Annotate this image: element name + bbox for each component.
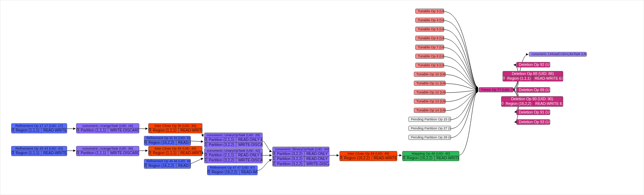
title: Refinement Op 47 47 (UID: 47): [207, 166, 257, 170]
graph-canvas: Refinement Op 17 17 (UID: 17) 0 Region (…: [0, 0, 644, 195]
node-unaryop-42: cunumeric::UnaryOpTask (UID: 42) 0 Parti…: [204, 148, 263, 163]
node-deletion-90: Deletion Op 90 (UID: 90) 0 Region (16,2,…: [501, 96, 563, 107]
node-tunable-7: Tunable Op 7 (UID: 7): [415, 45, 444, 50]
node-binaryop-44: cunumeric::BinaryOpTask (UID: 44) 0 Part…: [272, 147, 329, 167]
node-tunable-3: Tunable Op 3 (UID: 3): [415, 9, 444, 14]
node-arange-16: cunumeric::ArangeTask (UID: 16) 0 Partit…: [76, 123, 139, 133]
node-interclose-49: Inter Close Op 49 (UID: 49) 0 Region (16…: [339, 151, 397, 161]
node-deletion-92: Deletion Op 92 (UID: 92): [516, 62, 550, 67]
node-tunable-14: Tunable Op 14 (UID: 14): [414, 108, 446, 113]
title: Refinement Op 46 46 (UID: 46): [144, 159, 190, 163]
node-fence-77: Fence Op 77 (UID: 77): [479, 87, 513, 92]
node-deletion-88: Deletion Op 88 (UID: 88) 0 Region (1,1,1…: [503, 71, 563, 81]
node-refinement-43: Refinement Op 43 43 (UID: 43) 0 Region (…: [11, 146, 67, 156]
title: cunumeric::UnaryOpTask (UID: 29): [205, 133, 262, 137]
node-tunable-6: Tunable Op 6 (UID: 6): [415, 36, 444, 41]
node-deletion-89: Deletion Op 89 (UID: 89): [516, 87, 550, 93]
title: cunumeric::BinaryOpTask (UID: 44): [273, 147, 329, 151]
node-deletion-91: Deletion Op 91 (UID: 91): [516, 110, 550, 115]
title: Inter Close Op 30 (UID: 30): [149, 124, 202, 128]
node-refinement-47: Refinement Op 47 47 (UID: 47) 0 Region (…: [207, 165, 258, 175]
node-tunable-9: Tunable Op 9 (UID: 9): [415, 63, 444, 68]
node-tunable-12: Tunable Op 12 (UID: 12): [414, 90, 446, 95]
node-tunable-8: Tunable Op 8 (UID: 8): [415, 54, 444, 59]
title: Refinement Op 31 31 (UID: 31): [144, 136, 190, 140]
node-tunable-10: Tunable Op 10 (UID: 10): [414, 72, 446, 77]
node-tunable-11: Tunable Op 11 (UID: 11): [414, 81, 446, 86]
node-deletion-93: Deletion Op 93 (UID: 93): [516, 119, 550, 125]
node-interclose-45: Inter Close Op 45 (UID: 45) 0 Region (1,…: [148, 146, 202, 156]
node-mapping-48: Mapping Op 48 (UID: 48) 0 Region (16,2,2…: [402, 151, 459, 161]
title: Fence Op 77 (UID: 77): [479, 88, 513, 92]
node-tunable-4: Tunable Op 4 (UID: 4): [415, 18, 444, 23]
title: Inter Close Op 49 (UID: 49): [340, 151, 397, 156]
title: Mapping Op 48 (UID: 48): [403, 151, 459, 156]
node-tunable-13: Tunable Op 13 (UID: 13): [414, 99, 446, 104]
node-tunable-5: Tunable Op 5 (UID: 5): [415, 27, 444, 32]
node-refinement-31: Refinement Op 31 31 (UID: 31) 0 Region (…: [144, 136, 191, 146]
node-pending-28: Pending Partition Op 28 (UID: 28): [408, 135, 451, 140]
title: Refinement Op 17 17 (UID: 17): [12, 124, 67, 128]
node-refinement-46: Refinement Op 46 46 (UID: 46) 0 Region (…: [144, 159, 191, 169]
title: Refinement Op 43 43 (UID: 43): [12, 146, 67, 151]
node-unaryop-29: cunumeric::UnaryOpTask (UID: 29) 0 Parti…: [204, 133, 263, 148]
node-refinement-17: Refinement Op 17 17 (UID: 17) 0 Region (…: [11, 123, 67, 133]
node-interclose-30: Inter Close Op 30 (UID: 30) 0 Region (1,…: [148, 123, 202, 133]
node-pending-27: Pending Partition Op 27 (UID: 27): [408, 126, 451, 131]
title: cunumeric::ArangeTask (UID: 39): [76, 146, 139, 151]
title: cunumeric::ArangeTask (UID: 16): [76, 124, 139, 128]
node-arange-39: cunumeric::ArangeTask (UID: 39) 0 Partit…: [76, 146, 139, 156]
node-unloadcuda-78: cunumeric::UnloadCUDALibsTask (UID: 78): [529, 52, 587, 57]
title: cunumeric::UnaryOpTask (UID: 42): [205, 149, 262, 153]
title: Inter Close Op 45 (UID: 45): [149, 146, 202, 151]
node-pending-15: Pending Partition Op 15 (UID: 15): [408, 117, 451, 122]
